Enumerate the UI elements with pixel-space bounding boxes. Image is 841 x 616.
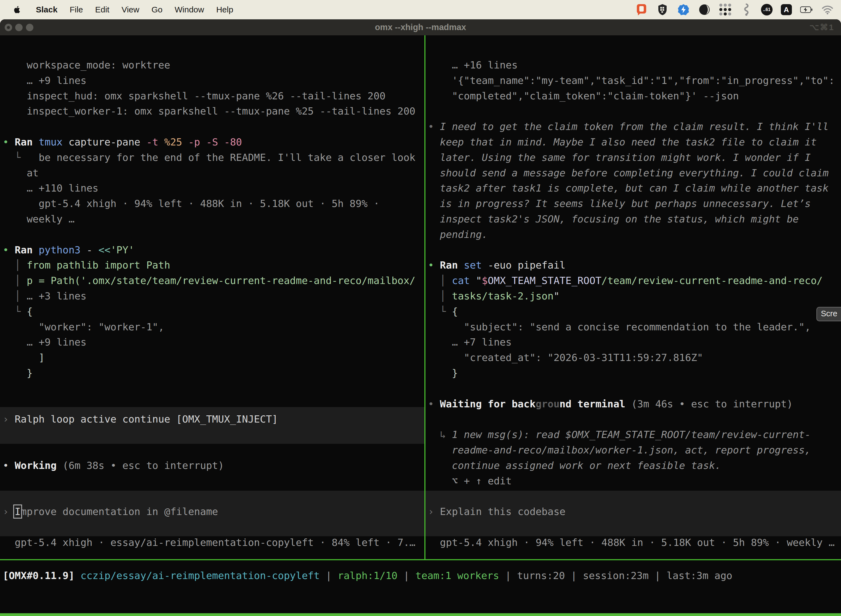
terminal-line: keep that in mind. Maybe I also need the…	[428, 134, 841, 150]
terminal-line: continue assigned work or next feasible …	[428, 458, 841, 473]
terminal-line	[3, 381, 424, 396]
pane-divider-horizontal[interactable]	[0, 559, 841, 560]
menu-item-slack[interactable]: Slack	[36, 5, 57, 14]
terminal-line: │ cat "$OMX_TEAM_STATE_ROOT/team/review-…	[428, 273, 841, 288]
terminal-line: … +9 lines	[3, 73, 424, 88]
terminal-line: └ {	[3, 304, 424, 319]
terminal-window: omx --xhigh --madmax ⌥⌘1 workspace_mode:…	[0, 19, 841, 616]
terminal-line: task2 after task1 is complete, but can I…	[428, 180, 841, 196]
terminal-line: › Improve documentation in @filename	[3, 504, 424, 519]
window-shortcut-hint: ⌥⌘1	[810, 19, 834, 35]
battery-icon[interactable]	[800, 3, 813, 16]
terminal-line: • Working (6m 38s • esc to interrupt)	[3, 458, 424, 473]
terminal-line: ]	[3, 350, 424, 365]
terminal-line: "subject": "send a concise recommendatio…	[428, 319, 841, 335]
terminal-line: • Ran python3 - <<'PY'	[3, 242, 424, 258]
tmux-host-clock-label: "MacBook-Pro-44.local" 05:03 31-Mar-26	[605, 613, 839, 616]
terminal-content: workspace_mode: worktree … +9 lines insp…	[0, 35, 841, 616]
terminal-line: should send a message before completing …	[428, 165, 841, 181]
terminal-line	[3, 227, 424, 242]
terminal-line	[428, 412, 841, 427]
terminal-line: "created_at": "2026-03-31T11:59:27.816Z"	[428, 350, 841, 365]
terminal-line: "completed","claim_token":"claim-token"}…	[428, 88, 841, 104]
terminal-line: … +7 lines	[428, 334, 841, 350]
terminal-line	[428, 242, 841, 258]
terminal-line: at	[3, 165, 424, 181]
zap-badge-icon[interactable]	[677, 3, 690, 16]
menu-bar: Slack File Edit View Go Window Help	[0, 0, 841, 19]
terminal-line: • Ran tmux capture-pane -t %25 -p -S -80	[3, 134, 424, 150]
title-bar: omx --xhigh --madmax ⌥⌘1	[0, 19, 841, 35]
terminal-line: │ from pathlib import Path	[3, 258, 424, 273]
terminal-line: inspect_hud: omx sparkshell --tmux-pane …	[3, 88, 424, 104]
menu-item-help[interactable]: Help	[216, 5, 233, 14]
terminal-line: is in progress? It seems likely but perh…	[428, 196, 841, 211]
terminal-line: later. Using the same for transition mig…	[428, 150, 841, 165]
tmux-status-bar: [omx-cczip0:bash* "MacBook-Pro-44.local"…	[0, 613, 841, 616]
tmux-session-label[interactable]: [omx-cczip0:bash*	[2, 613, 107, 616]
terminal-line	[3, 488, 424, 504]
crescent-app-icon[interactable]	[698, 3, 711, 16]
terminal-line: [OMX#0.11.9] cczip/essay/ai-reimplementa…	[3, 568, 838, 584]
terminal-line: weekly …	[3, 211, 424, 227]
apple-menu-icon[interactable]	[11, 3, 24, 16]
terminal-line: • I need to get the claim token from the…	[428, 119, 841, 134]
menu-item-edit[interactable]: Edit	[95, 5, 110, 14]
terminal-line: • Ran set -euo pipefail	[428, 258, 841, 273]
terminal-line: │ … +3 lines	[3, 288, 424, 304]
terminal-line	[3, 519, 424, 535]
menu-item-window[interactable]: Window	[175, 5, 204, 14]
screen-notification-toast[interactable]: Scre	[816, 307, 841, 321]
recording-indicator-icon[interactable]	[635, 3, 648, 16]
terminal-line: inspect_worker-1: omx sparkshell --tmux-…	[3, 104, 424, 119]
menu-item-view[interactable]: View	[122, 5, 139, 14]
pane-divider-vertical[interactable]	[424, 35, 425, 559]
badge-61-icon[interactable]: ..61	[761, 4, 772, 15]
menu-item-go[interactable]: Go	[151, 5, 163, 14]
terminal-line	[428, 104, 841, 119]
terminal-line: workspace_mode: worktree	[3, 57, 424, 73]
left-pane[interactable]: workspace_mode: worktree … +9 lines insp…	[3, 57, 424, 559]
terminal-line	[3, 396, 424, 412]
terminal-line: … +9 lines	[3, 334, 424, 350]
terminal-line: }	[428, 365, 841, 381]
terminal-line	[3, 442, 424, 458]
terminal-line	[3, 473, 424, 489]
wifi-icon[interactable]	[821, 3, 834, 16]
terminal-line: • Waiting for background terminal (3m 46…	[428, 396, 841, 412]
terminal-line: │ tasks/task-2.json"	[428, 288, 841, 304]
terminal-line	[428, 381, 841, 396]
terminal-line: }	[3, 365, 424, 381]
terminal-line	[428, 519, 841, 535]
menu-item-file[interactable]: File	[70, 5, 83, 14]
dot-grid-icon[interactable]	[719, 3, 732, 16]
terminal-line: › Ralph loop active continue [OMX_TMUX_I…	[3, 412, 424, 427]
terminal-line: pending.	[428, 227, 841, 242]
keyboard-layout-icon[interactable]: A	[781, 4, 792, 15]
terminal-line	[3, 119, 424, 134]
terminal-line: gpt-5.4 xhigh · 94% left · 488K in · 5.1…	[428, 535, 841, 550]
omx-status-line: [OMX#0.11.9] cczip/essay/ai-reimplementa…	[3, 568, 838, 584]
terminal-line: '{"team_name":"my-team","task_id":"1","f…	[428, 73, 841, 88]
terminal-line: inspect task2's JSON, focusing on the st…	[428, 211, 841, 227]
terminal-line: gpt-5.4 xhigh · essay/ai-reimplementatio…	[3, 535, 424, 550]
shield-icon[interactable]	[656, 3, 669, 16]
terminal-line: "worker": "worker-1",	[3, 319, 424, 335]
terminal-line: ↳ 1 new msg(s): read $OMX_TEAM_STATE_ROO…	[428, 427, 841, 442]
terminal-line: └ {	[428, 304, 841, 319]
hook-tool-icon[interactable]	[740, 3, 753, 16]
terminal-line: › Explain this codebase	[428, 504, 841, 519]
terminal-line	[3, 427, 424, 442]
terminal-line: └ be necessary for the end of the README…	[3, 150, 424, 165]
terminal-line: … +110 lines	[3, 180, 424, 196]
window-title: omx --xhigh --madmax	[0, 19, 841, 35]
terminal-line: ⌥ + ↑ edit	[428, 473, 841, 489]
terminal-line	[428, 488, 841, 504]
terminal-line: … +16 lines	[428, 57, 841, 73]
right-pane[interactable]: … +16 lines '{"team_name":"my-team","tas…	[428, 57, 841, 559]
terminal-line: readme-and-reco/mailbox/worker-1.json, a…	[428, 442, 841, 458]
terminal-line: │ p = Path('.omx/state/team/review-curre…	[3, 273, 424, 288]
terminal-line: gpt-5.4 xhigh · 94% left · 488K in · 5.1…	[3, 196, 424, 211]
desktop: Slack File Edit View Go Window Help	[0, 0, 841, 616]
